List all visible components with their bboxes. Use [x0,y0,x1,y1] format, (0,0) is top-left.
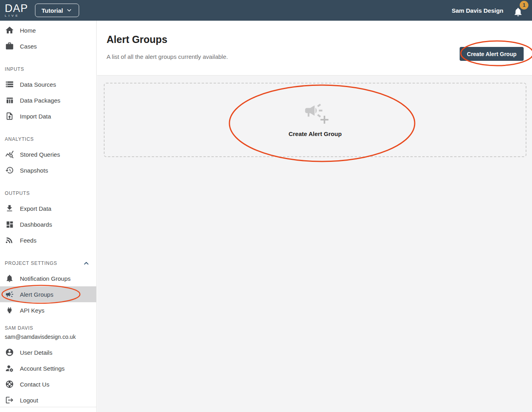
app-window: DAP LIVE Tutorial Sam Davis Design 1 Hom… [0,0,532,412]
sidebar: Home Cases INPUTS Data Sources Data Pack… [0,21,97,412]
dap-live-logo[interactable]: DAP LIVE [5,3,28,17]
section-label-project-settings: PROJECT SETTINGS [0,256,96,270]
sidebar-item-user-details[interactable]: User Details [0,344,96,360]
megaphone-plus-icon [303,100,327,123]
sidebar-item-label: Dashboards [20,221,52,228]
sidebar-item-cases[interactable]: Cases [0,38,96,54]
section-label-inputs: INPUTS [0,62,96,76]
tutorial-dropdown-label: Tutorial [42,7,63,14]
sidebar-item-label: Logout [20,397,38,404]
sidebar-item-label: Account Settings [20,365,65,372]
sidebar-item-label: Export Data [20,205,51,212]
megaphone-icon [5,290,14,299]
logo-text-live: LIVE [5,14,28,17]
chevron-down-icon [66,7,72,14]
sidebar-item-import-data[interactable]: Import Data [0,108,96,124]
rss-icon [5,235,14,245]
storage-icon [5,80,14,89]
sidebar-item-label: Notification Groups [20,275,71,282]
sidebar-item-label: Cases [20,43,37,50]
download-icon [5,204,14,213]
sidebar-item-label: User Details [20,349,52,356]
history-icon [5,165,14,175]
notifications-button[interactable]: 1 [513,4,525,17]
sidebar-item-label: Contact Us [20,381,49,388]
sidebar-item-stored-queries[interactable]: Stored Queries [0,146,96,162]
account-name[interactable]: Sam Davis Design [452,7,503,14]
section-label-text: PROJECT SETTINGS [5,260,57,266]
sidebar-item-data-sources[interactable]: Data Sources [0,76,96,92]
sidebar-item-label: Alert Groups [20,291,53,298]
sidebar-item-contact-us[interactable]: Contact Us [0,376,96,392]
sidebar-item-label: Data Packages [20,97,60,104]
sidebar-item-label: API Keys [20,307,45,314]
sidebar-item-label: Import Data [20,113,51,120]
bell-icon [5,274,14,283]
sidebar-item-feeds[interactable]: Feeds [0,232,96,248]
plug-icon [5,305,14,315]
sidebar-item-api-keys[interactable]: API Keys [0,302,96,318]
file-upload-icon [5,111,14,121]
account-section-name: SAM DAVIS [0,323,96,333]
content-area: Create Alert Group [97,76,532,412]
support-icon [5,379,14,389]
sidebar-item-logout[interactable]: Logout [0,392,96,408]
manage-accounts-icon [5,363,14,373]
sidebar-item-alert-groups[interactable]: Alert Groups [0,286,96,302]
account-circle-icon [5,348,14,357]
sidebar-item-home[interactable]: Home [0,22,96,38]
sidebar-item-label: Data Sources [20,81,56,88]
tutorial-dropdown-button[interactable]: Tutorial [35,4,80,17]
sidebar-item-label: Feeds [20,237,37,244]
sidebar-item-label: Stored Queries [20,151,60,158]
query-stats-icon [5,150,14,159]
page-header: Alert Groups A list of all the alert gro… [97,21,532,76]
create-alert-group-button[interactable]: Create Alert Group [460,47,524,61]
sidebar-item-account-settings[interactable]: Account Settings [0,360,96,376]
sidebar-item-data-packages[interactable]: Data Packages [0,92,96,108]
empty-state-label: Create Alert Group [289,130,342,137]
page-title: Alert Groups [107,34,167,45]
section-label-analytics: ANALYTICS [0,132,96,146]
sidebar-item-label: Home [20,27,36,34]
home-icon [5,25,14,35]
briefcase-icon [5,41,14,51]
sidebar-item-snapshots[interactable]: Snapshots [0,162,96,178]
logo-text-dap: DAP [5,3,28,14]
sidebar-item-label: Snapshots [20,167,48,174]
sidebar-bottom-divider [0,407,96,407]
sidebar-item-notification-groups[interactable]: Notification Groups [0,270,96,286]
sidebar-item-export-data[interactable]: Export Data [0,200,96,216]
top-bar: DAP LIVE Tutorial Sam Davis Design 1 [0,0,532,21]
logout-icon [5,395,14,405]
page-subtitle: A list of all the alert groups currently… [107,53,228,60]
chevron-up-icon[interactable] [83,260,90,267]
sidebar-item-dashboards[interactable]: Dashboards [0,216,96,232]
section-label-outputs: OUTPUTS [0,186,96,200]
account-section-email: sam@samdavisdesign.co.uk [0,333,96,340]
empty-state-create-area[interactable]: Create Alert Group [104,83,526,157]
main-content: Alert Groups A list of all the alert gro… [97,21,532,412]
dashboard-icon [5,220,14,229]
columns-icon [5,95,14,105]
notification-count-badge: 1 [520,1,528,10]
